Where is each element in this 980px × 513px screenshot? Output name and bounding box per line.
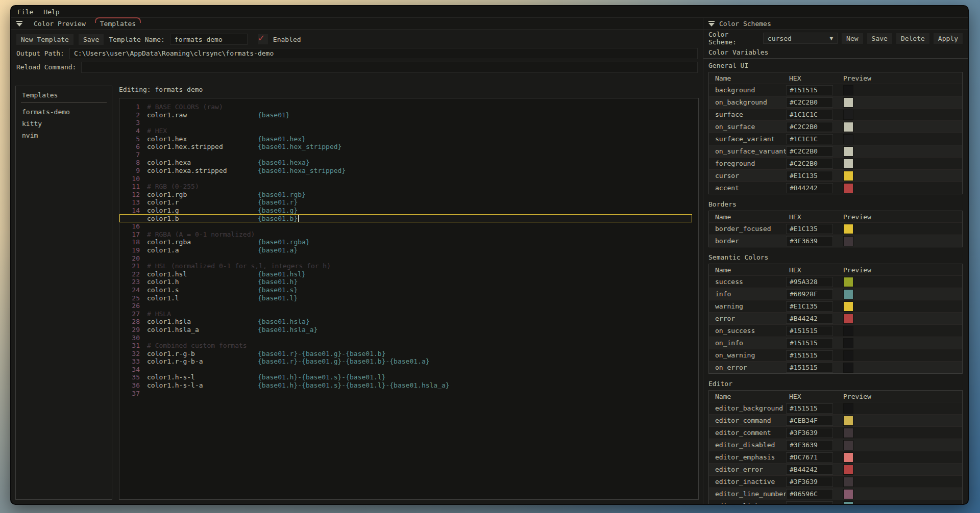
color-variable-row[interactable]: editor_error #B44242 xyxy=(709,463,962,475)
editor-line[interactable]: 21 # HSL (normalized 0-1 for s,l, intege… xyxy=(119,262,698,270)
editor-line[interactable]: 24 color1.s {base01.s} xyxy=(119,286,698,294)
tab-templates[interactable]: Templates xyxy=(97,19,139,29)
hex-input[interactable]: #1C1C1C xyxy=(786,134,833,144)
hex-input[interactable]: #C2C2B0 xyxy=(786,146,833,157)
collapse-section-icon[interactable] xyxy=(16,21,22,27)
editor-line[interactable]: 18 color1.rgba {base01.rgba} xyxy=(119,238,698,246)
editor-line[interactable]: 22 color1.hsl {base01.hsl} xyxy=(119,270,698,278)
new-template-button[interactable]: New Template xyxy=(16,34,74,45)
color-variable-row[interactable]: surface_variant #1C1C1C xyxy=(709,133,962,145)
editor-line[interactable]: 14 color1.g {base01.g} xyxy=(119,207,698,215)
enabled-checkbox[interactable]: ✓ xyxy=(258,34,268,44)
editor-line[interactable]: 28 color1.hsla {base01.hsla} xyxy=(119,318,698,326)
scheme-delete-button[interactable]: Delete xyxy=(896,33,929,44)
hex-input[interactable]: #151515 xyxy=(786,338,833,348)
hex-input[interactable]: #60928F xyxy=(786,501,833,504)
template-editor[interactable]: 1 # BASE COLORS (raw) 2 color1.raw {base… xyxy=(119,98,699,500)
tab-color-preview[interactable]: Color Preview xyxy=(31,19,89,29)
color-variable-row[interactable]: on_success #151515 xyxy=(709,324,962,337)
output-path-input[interactable]: C:\Users\user\AppData\Roaming\clrsync\fo… xyxy=(69,48,698,59)
hex-input[interactable]: #C2C2B0 xyxy=(786,122,833,132)
color-variable-row[interactable]: foreground #C2C2B0 xyxy=(709,157,962,169)
hex-input[interactable]: #3F3639 xyxy=(786,428,833,438)
hex-input[interactable]: #3F3639 xyxy=(786,440,833,450)
editor-line[interactable]: 32 color1.r-g-b {base01.r}-{base01.g}-{b… xyxy=(119,349,698,357)
editor-line[interactable]: 16 xyxy=(119,222,698,230)
hex-input[interactable]: #151515 xyxy=(786,350,833,361)
hex-input[interactable]: #151515 xyxy=(786,85,833,95)
hex-input[interactable]: #86596C xyxy=(786,489,833,499)
template-list-item[interactable]: nvim xyxy=(16,130,112,141)
editor-line[interactable]: 20 xyxy=(119,254,698,262)
hex-input[interactable]: #B44242 xyxy=(786,465,833,475)
color-variable-row[interactable]: editor_background #151515 xyxy=(709,402,962,414)
menu-help[interactable]: Help xyxy=(43,8,59,16)
save-template-button[interactable]: Save xyxy=(79,34,104,45)
editor-line[interactable]: 3 xyxy=(119,119,698,127)
color-variable-row[interactable]: on_surface #C2C2B0 xyxy=(709,120,962,133)
color-variable-row[interactable]: editor_link #60928F xyxy=(709,500,962,504)
color-variable-row[interactable]: editor_command #CEB34F xyxy=(709,414,962,426)
editor-line[interactable]: 30 xyxy=(119,334,698,342)
menu-file[interactable]: File xyxy=(17,8,33,16)
template-list-item[interactable]: kitty xyxy=(16,118,112,130)
editor-line[interactable]: 34 xyxy=(119,366,698,374)
hex-input[interactable]: #60928F xyxy=(786,289,833,299)
color-variable-row[interactable]: info #60928F xyxy=(709,288,962,300)
hex-input[interactable]: #DC7671 xyxy=(786,452,833,463)
color-scheme-select[interactable]: cursed ▼ xyxy=(763,33,838,44)
collapse-panel-icon[interactable] xyxy=(708,21,715,27)
hex-input[interactable]: #B44242 xyxy=(786,183,833,193)
color-variable-row[interactable]: editor_line_number #86596C xyxy=(709,488,962,500)
editor-line[interactable]: 10 xyxy=(119,174,698,183)
color-variable-row[interactable]: editor_inactive #3F3639 xyxy=(709,475,962,488)
editor-line[interactable]: 36 color1.h-s-l-a {base01.h}-{base01.s}-… xyxy=(119,381,698,390)
hex-input[interactable]: #151515 xyxy=(786,363,833,373)
editor-line[interactable]: 37 xyxy=(119,389,698,397)
color-schemes-panel[interactable]: Color Schemes Color Scheme: cursed ▼ New… xyxy=(703,18,968,504)
template-list-item[interactable]: formats-demo xyxy=(16,106,112,118)
hex-input[interactable]: #151515 xyxy=(786,403,833,414)
editor-line[interactable]: 23 color1.h {base01.h} xyxy=(119,278,698,286)
editor-line[interactable]: 1 # BASE COLORS (raw) xyxy=(119,103,698,111)
color-variable-row[interactable]: on_error #151515 xyxy=(709,361,962,373)
color-variable-row[interactable]: border_focused #E1C135 xyxy=(709,222,962,235)
editor-line[interactable]: 8 color1.hexa {base01.hexa} xyxy=(119,159,698,167)
color-variable-row[interactable]: background #151515 xyxy=(709,84,962,96)
hex-input[interactable]: #E1C135 xyxy=(786,224,833,234)
color-variable-row[interactable]: warning #E1C135 xyxy=(709,300,962,312)
color-variable-row[interactable]: error #B44242 xyxy=(709,312,962,324)
editor-line[interactable]: 9 color1.hexa.stripped {base01.hexa_stri… xyxy=(119,167,698,175)
reload-command-input[interactable] xyxy=(81,62,698,73)
editor-line[interactable]: 6 color1.hex.stripped {base01.hex_stripp… xyxy=(119,143,698,151)
color-variable-row[interactable]: surface #1C1C1C xyxy=(709,108,962,120)
hex-input[interactable]: #E1C135 xyxy=(786,301,833,312)
scheme-new-button[interactable]: New xyxy=(842,33,863,44)
scheme-apply-button[interactable]: Apply xyxy=(934,33,963,44)
editor-line[interactable]: 19 color1.a {base01.a} xyxy=(119,246,698,254)
editor-line[interactable]: color1.b {base01.b} xyxy=(119,214,692,222)
editor-line[interactable]: 13 color1.r {base01.r} xyxy=(119,198,698,207)
hex-input[interactable]: #3F3639 xyxy=(786,236,833,246)
editor-line[interactable]: 29 color1.hsla_a {base01.hsla_a} xyxy=(119,326,698,334)
template-name-input[interactable]: formats-demo xyxy=(170,34,248,45)
editor-line[interactable]: 35 color1.h-s-l {base01.h}-{base01.s}-{b… xyxy=(119,373,698,381)
color-variable-row[interactable]: editor_comment #3F3639 xyxy=(709,426,962,439)
editor-line[interactable]: 33 color1.r-g-b-a {base01.r}-{base01.g}-… xyxy=(119,357,698,366)
hex-input[interactable]: #1C1C1C xyxy=(786,110,833,120)
hex-input[interactable]: #95A328 xyxy=(786,277,833,287)
editor-line[interactable]: 26 xyxy=(119,302,698,310)
color-variable-row[interactable]: editor_disabled #3F3639 xyxy=(709,439,962,451)
editor-line[interactable]: 31 # Combined custom formats xyxy=(119,342,698,350)
color-variable-row[interactable]: on_warning #151515 xyxy=(709,349,962,361)
editor-line[interactable]: 17 # RGBA (A = 0-1 normalized) xyxy=(119,230,698,239)
color-variable-row[interactable]: cursor #E1C135 xyxy=(709,169,962,182)
hex-input[interactable]: #C2C2B0 xyxy=(786,159,833,169)
color-variable-row[interactable]: border #3F3639 xyxy=(709,235,962,247)
color-variable-row[interactable]: on_info #151515 xyxy=(709,337,962,349)
hex-input[interactable]: #3F3639 xyxy=(786,477,833,487)
editor-line[interactable]: 11 # RGB (0-255) xyxy=(119,183,698,191)
color-variable-row[interactable]: on_surface_varuant #C2C2B0 xyxy=(709,145,962,157)
hex-input[interactable]: #C2C2B0 xyxy=(786,97,833,108)
editor-line[interactable]: 5 color1.hex {base01.hex} xyxy=(119,135,698,143)
